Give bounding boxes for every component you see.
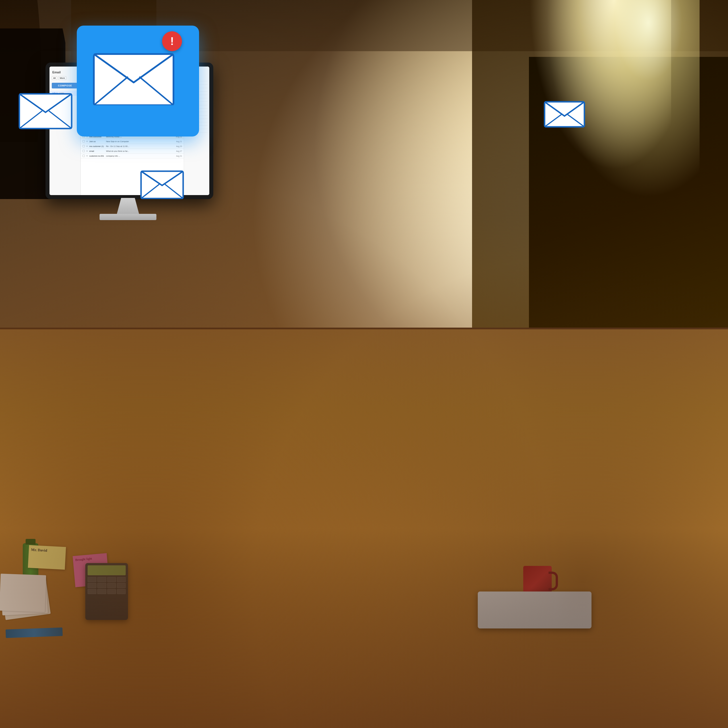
email-star-icon[interactable]: ★	[86, 150, 88, 153]
email-date: Aug 20	[176, 145, 182, 147]
email-subject: What do you think so far...	[106, 150, 175, 152]
email-app-title: Email	[49, 69, 81, 76]
email-sender: me.customer (1)	[89, 145, 105, 147]
content-layer: Email All More COMPOSE Inbox (109) Starr…	[0, 0, 728, 728]
email-subject: New Sign-in on Computer	[106, 141, 175, 142]
email-row[interactable]: ★ Join us New Sign-in on Computer Aug 21	[81, 139, 184, 144]
email-subject: company info ...	[106, 155, 175, 157]
monitor-stand	[116, 198, 139, 215]
email-date: Aug 21	[176, 141, 182, 142]
email-row[interactable]: ★ customer.no.001 company info ... Aug 2…	[81, 154, 184, 158]
email-sender: email	[89, 150, 105, 152]
email-star-icon[interactable]: ★	[86, 154, 88, 157]
email-star-icon[interactable]: ★	[86, 140, 88, 143]
monitor-base	[99, 214, 156, 220]
email-row[interactable]: ★ me.customer (1) Re : On 11 Sep at 11:0…	[81, 144, 184, 149]
email-date: Aug 27	[176, 150, 182, 152]
email-sender: customer.no.001	[89, 155, 105, 157]
email-checkbox[interactable]	[83, 155, 85, 157]
email-checkbox[interactable]	[83, 145, 85, 147]
email-star-icon[interactable]: ★	[86, 145, 88, 148]
email-filters-bar: All More	[49, 76, 81, 82]
notification-badge: !	[162, 31, 182, 51]
email-checkbox[interactable]	[83, 150, 85, 152]
floating-envelope-left	[17, 85, 74, 131]
email-date: Aug 21	[176, 155, 182, 157]
notification-envelope-wrapper: !	[77, 26, 199, 136]
email-sender: Join us	[89, 141, 105, 142]
main-envelope-icon	[91, 43, 176, 105]
email-checkbox[interactable]	[83, 140, 85, 142]
floating-envelope-right	[543, 97, 586, 128]
email-subject: Re : On 11 Sep at 11:00...	[106, 145, 175, 147]
all-filter-button[interactable]: All	[52, 76, 57, 80]
notification-exclamation: !	[170, 36, 174, 47]
floating-envelope-bottom	[139, 165, 185, 199]
more-filter-button[interactable]: More	[58, 76, 66, 80]
email-row[interactable]: ★ email What do you think so far... Aug …	[81, 149, 184, 154]
